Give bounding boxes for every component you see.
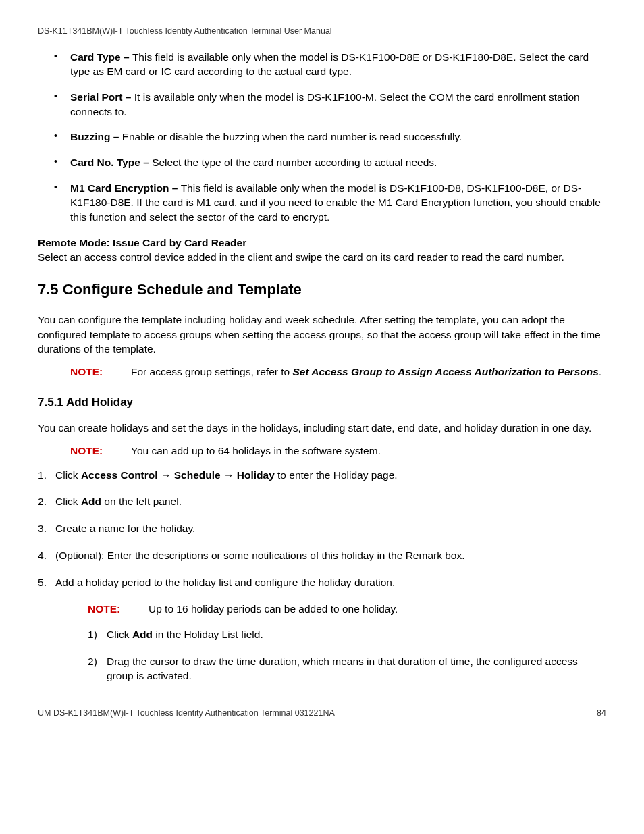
footer-page-number: 84: [597, 708, 606, 720]
section-heading: 7.5 Configure Schedule and Template: [38, 280, 606, 301]
note-text: For access group settings, refer to Set …: [131, 365, 606, 380]
step-arrow: →: [221, 469, 237, 481]
remote-mode-title: Remote Mode: Issue Card by Card Reader: [38, 237, 246, 249]
bullet-text: This field is available only when the mo…: [70, 51, 589, 78]
step-item: Click Access Control → Schedule → Holida…: [38, 468, 606, 483]
step-bold: Schedule: [174, 469, 221, 481]
remote-mode-para: Remote Mode: Issue Card by Card Reader S…: [38, 236, 606, 265]
note-block: NOTE: For access group settings, refer t…: [70, 365, 606, 380]
bullet-label: Card No. Type –: [70, 157, 152, 168]
note-ref: Set Access Group to Assign Access Author…: [293, 366, 599, 377]
numbered-steps: Click Access Control → Schedule → Holida…: [38, 468, 606, 683]
step-text: to enter the Holiday page.: [275, 469, 398, 481]
bullet-label: Buzzing –: [70, 131, 122, 142]
step-bold: Holiday: [237, 469, 275, 481]
substep-item: Click Add in the Holiday List field.: [88, 627, 606, 642]
step-text: Click: [55, 469, 81, 481]
note-block: NOTE: Up to 16 holiday periods can be ad…: [88, 602, 606, 617]
page-footer: UM DS-K1T341BM(W)I-T Touchless Identity …: [38, 708, 606, 720]
section-intro: You can configure the template including…: [38, 313, 606, 357]
step-item: Click Add on the left panel.: [38, 494, 606, 509]
step-arrow: →: [158, 469, 174, 481]
bullet-text: It is available only when the model is D…: [70, 91, 580, 118]
note-label: NOTE:: [70, 444, 131, 459]
list-item: Card No. Type – Select the type of the c…: [54, 155, 606, 170]
note-text: Up to 16 holiday periods can be added to…: [149, 602, 606, 617]
step-item: Add a holiday period to the holiday list…: [38, 575, 606, 683]
step-text: Add a holiday period to the holiday list…: [55, 577, 395, 588]
list-item: Card Type – This field is available only…: [54, 50, 606, 79]
step-item: (Optional): Enter the descriptions or so…: [38, 548, 606, 563]
step-bold: Access Control: [81, 469, 158, 481]
substep-bold: Add: [132, 629, 153, 640]
sub-steps: Click Add in the Holiday List field. Dra…: [55, 627, 606, 683]
step-bold: Add: [81, 496, 101, 507]
bullet-label: M1 Card Encryption –: [70, 182, 181, 194]
bullet-label: Serial Port –: [70, 91, 134, 103]
list-item: Buzzing – Enable or disable the buzzing …: [54, 130, 606, 145]
subsection-heading: 7.5.1 Add Holiday: [38, 394, 606, 411]
footer-left: UM DS-K1T341BM(W)I-T Touchless Identity …: [38, 708, 335, 720]
page-header: DS-K11T341BM(W)I-T Touchless Identity Au…: [38, 26, 606, 38]
note-block: NOTE: You can add up to 64 holidays in t…: [70, 444, 606, 459]
subsection-intro: You can create holidays and set the days…: [38, 421, 606, 436]
step-item: Create a name for the holiday.: [38, 521, 606, 536]
note-text: You can add up to 64 holidays in the sof…: [131, 444, 606, 459]
substep-text: Click: [107, 629, 132, 640]
substep-item: Drag the cursor to draw the time duratio…: [88, 654, 606, 683]
list-item: M1 Card Encryption – This field is avail…: [54, 181, 606, 225]
bullet-text: Select the type of the card number accor…: [152, 157, 437, 168]
remote-mode-text: Select an access control device added in…: [38, 251, 564, 263]
list-item: Serial Port – It is available only when …: [54, 90, 606, 119]
note-label: NOTE:: [88, 602, 149, 617]
substep-text: in the Holiday List field.: [153, 629, 263, 640]
note-label: NOTE:: [70, 365, 131, 380]
bullet-label: Card Type –: [70, 51, 132, 63]
note-post: .: [599, 366, 601, 377]
note-pre: For access group settings, refer to: [131, 366, 293, 377]
step-text: on the left panel.: [101, 496, 182, 507]
bullet-list: Card Type – This field is available only…: [38, 50, 606, 225]
bullet-text: Enable or disable the buzzing when the c…: [122, 131, 462, 142]
step-text: Click: [55, 496, 81, 507]
